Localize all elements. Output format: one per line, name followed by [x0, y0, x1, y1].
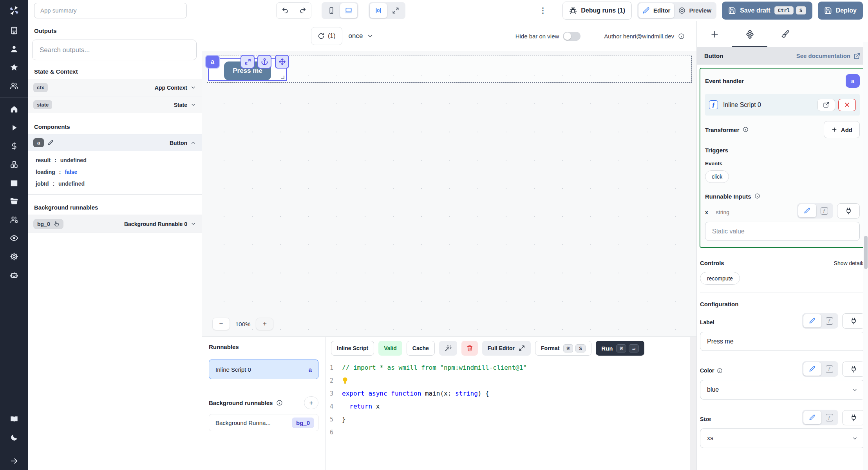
- sidebar-item-settings[interactable]: [0, 247, 28, 266]
- connect-input-button[interactable]: [842, 410, 865, 425]
- save-draft-button[interactable]: Save draft CtrlS: [722, 2, 812, 20]
- sidebar-item-user[interactable]: [0, 40, 28, 58]
- code-line[interactable]: 2: [326, 374, 696, 387]
- static-mode-button[interactable]: [803, 411, 821, 424]
- zoom-out-button[interactable]: −: [212, 318, 230, 330]
- language-button[interactable]: Inline Script: [331, 341, 374, 356]
- scrollbar-thumb[interactable]: [864, 236, 868, 269]
- add-transformer-button[interactable]: Add: [824, 121, 860, 138]
- inline-script-item[interactable]: Inline Script 0 a: [209, 360, 318, 379]
- schedule-select[interactable]: once: [349, 32, 374, 40]
- refresh-button[interactable]: (1): [311, 27, 342, 45]
- code-line[interactable]: 4 return x: [326, 400, 696, 413]
- full-editor-button[interactable]: Full Editor: [482, 341, 531, 356]
- bg0-row[interactable]: bg_0 Background Runnable 0: [28, 215, 202, 233]
- sidebar-item-docs[interactable]: [0, 410, 28, 428]
- connect-input-button[interactable]: [842, 313, 865, 329]
- component-selection-row[interactable]: a Press me: [207, 56, 692, 83]
- sidebar-item-resources[interactable]: [0, 155, 28, 174]
- eval-mode-button[interactable]: ƒ: [821, 414, 837, 421]
- prop-loading[interactable]: loading:false: [36, 166, 202, 178]
- rename-pencil-icon[interactable]: [47, 139, 54, 146]
- tab-component-settings[interactable]: [732, 21, 767, 47]
- desktop-view-button[interactable]: [340, 3, 357, 18]
- eval-mode-button[interactable]: ƒ: [821, 317, 837, 325]
- component-a-row[interactable]: a Button: [28, 134, 202, 151]
- recompute-pill[interactable]: recompute: [700, 272, 740, 285]
- sidebar-item-workers[interactable]: [0, 210, 28, 229]
- windmill-logo[interactable]: [0, 0, 28, 21]
- debug-runs-button[interactable]: Debug runs (1): [562, 2, 632, 20]
- preview-tab[interactable]: Preview: [674, 3, 715, 18]
- sidebar-item-schedules[interactable]: [0, 174, 28, 192]
- centered-layout-button[interactable]: [370, 3, 387, 18]
- sidebar-item-dark-mode[interactable]: [0, 428, 28, 446]
- prop-result[interactable]: result:undefined: [36, 154, 202, 166]
- more-menu-button[interactable]: ⋮: [537, 6, 548, 15]
- resize-handle[interactable]: [281, 76, 284, 79]
- editor-tab[interactable]: Editor: [638, 3, 674, 18]
- static-mode-button[interactable]: [803, 362, 821, 376]
- sidebar-item-workspace[interactable]: [0, 21, 28, 40]
- connect-input-button[interactable]: [842, 362, 865, 377]
- code-editor-content[interactable]: 1// import * as wmill from "npm:windmill…: [326, 359, 696, 470]
- code-line[interactable]: 1// import * as wmill from "npm:windmill…: [326, 361, 696, 374]
- prop-jobid[interactable]: jobId:undefined: [36, 178, 202, 190]
- state-row[interactable]: state State: [28, 96, 202, 113]
- deploy-button[interactable]: Deploy: [818, 2, 863, 20]
- show-details-link[interactable]: Show details: [834, 260, 865, 266]
- app-summary-input[interactable]: [34, 3, 187, 18]
- search-outputs-input[interactable]: [32, 40, 197, 60]
- sidebar-item-ai[interactable]: [0, 266, 28, 284]
- open-script-button[interactable]: [817, 99, 835, 111]
- size-select[interactable]: xs: [700, 428, 865, 448]
- sidebar-item-home[interactable]: [0, 100, 28, 118]
- add-background-runnable-button[interactable]: +: [304, 396, 318, 409]
- run-button[interactable]: Run ⌘↵: [596, 341, 644, 356]
- cache-button[interactable]: Cache: [407, 341, 435, 356]
- static-value-input[interactable]: [705, 222, 860, 241]
- connect-input-button[interactable]: [837, 203, 860, 219]
- redo-button[interactable]: [294, 3, 311, 18]
- remove-script-button[interactable]: [838, 99, 856, 111]
- delete-script-button[interactable]: [461, 341, 478, 356]
- click-event-pill[interactable]: click: [705, 170, 729, 183]
- eval-mode-button[interactable]: ƒ: [816, 207, 832, 215]
- component-id-tag[interactable]: a: [205, 55, 220, 69]
- sidebar-item-favorites[interactable]: [0, 58, 28, 76]
- sidebar-item-folders[interactable]: [0, 192, 28, 210]
- sidebar-item-variables[interactable]: [0, 137, 28, 155]
- app-canvas[interactable]: a Press me − 100% +: [202, 51, 696, 336]
- mobile-view-button[interactable]: [323, 3, 340, 18]
- label-value-input[interactable]: [700, 332, 865, 351]
- move-component-button[interactable]: [275, 55, 289, 69]
- info-icon[interactable]: [678, 33, 685, 40]
- tab-insert-component[interactable]: [697, 21, 732, 47]
- undo-button[interactable]: [277, 3, 294, 18]
- sidebar-item-audit[interactable]: [0, 229, 28, 247]
- sidebar-collapse-button[interactable]: [0, 452, 28, 470]
- ctx-row[interactable]: ctx App Context: [28, 79, 202, 96]
- tab-styling[interactable]: [767, 21, 803, 47]
- event-handler-script-row[interactable]: ƒ Inline Script 0: [705, 94, 860, 116]
- panel-scrollbar[interactable]: [863, 42, 868, 470]
- sidebar-item-runs[interactable]: [0, 118, 28, 137]
- eval-mode-button[interactable]: ƒ: [821, 365, 837, 373]
- format-button[interactable]: Format ⌘S: [535, 341, 591, 356]
- anchor-component-button[interactable]: [257, 55, 271, 69]
- expand-component-button[interactable]: [241, 55, 255, 69]
- see-documentation-link[interactable]: See documentation: [796, 52, 861, 60]
- background-runnable-item[interactable]: Background Runna... bg_0: [209, 414, 318, 431]
- ai-wand-button[interactable]: [439, 341, 457, 356]
- sidebar-item-groups[interactable]: [0, 76, 28, 95]
- color-select[interactable]: blue: [700, 380, 865, 400]
- hide-bar-toggle[interactable]: [563, 32, 580, 41]
- editor-scrollbar[interactable]: [690, 337, 696, 470]
- code-line[interactable]: 6: [326, 426, 696, 439]
- static-mode-button[interactable]: [803, 314, 821, 327]
- static-mode-button[interactable]: [798, 204, 816, 217]
- code-line[interactable]: 3export async function main(x: string) {: [326, 387, 696, 400]
- fullwidth-layout-button[interactable]: [387, 3, 404, 18]
- code-line[interactable]: 5}: [326, 413, 696, 426]
- zoom-in-button[interactable]: +: [256, 318, 273, 330]
